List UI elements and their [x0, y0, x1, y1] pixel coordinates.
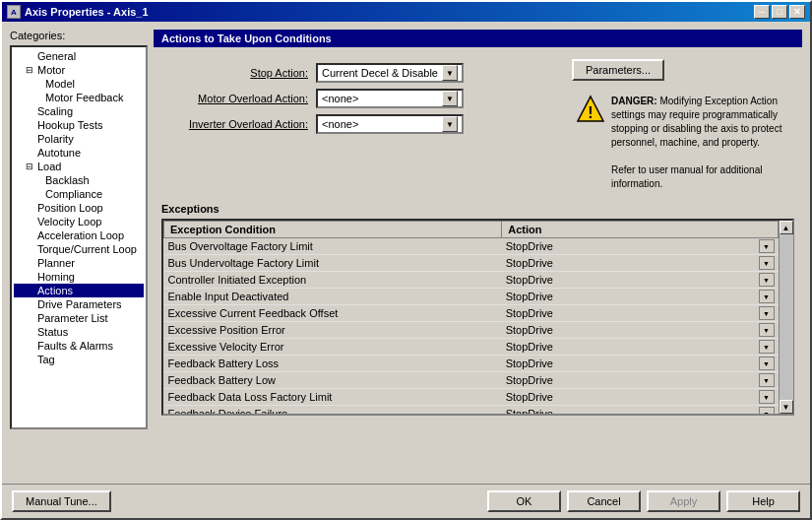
- motor-overload-dropdown-arrow[interactable]: ▼: [442, 91, 458, 106]
- sidebar-item-polarity[interactable]: Polarity: [14, 132, 144, 146]
- motor-overload-row: Motor Overload Action: <none> ▼: [165, 89, 554, 108]
- expand-icon-motor[interactable]: ⊟: [26, 65, 35, 75]
- sidebar-item-load[interactable]: ⊟Load: [14, 160, 144, 173]
- table-row[interactable]: Controller Initiated ExceptionStopDrive▼: [164, 272, 779, 289]
- sidebar-item-label-torque-current-loop: Torque/Current Loop: [37, 243, 137, 255]
- exception-action[interactable]: StopDrive▼: [502, 356, 779, 372]
- sidebar-item-model[interactable]: Model: [14, 77, 144, 91]
- sidebar-item-acceleration-loop[interactable]: Acceleration Loop: [14, 228, 144, 242]
- sidebar-item-torque-current-loop[interactable]: Torque/Current Loop: [14, 242, 144, 256]
- exception-action-dropdown[interactable]: ▼: [759, 323, 775, 337]
- exception-action-value: StopDrive: [506, 341, 553, 353]
- exception-action[interactable]: StopDrive▼: [502, 255, 779, 272]
- exception-action[interactable]: StopDrive▼: [502, 406, 779, 415]
- expand-icon-load[interactable]: ⊟: [26, 162, 35, 171]
- minimize-button[interactable]: ─: [754, 5, 770, 19]
- table-row[interactable]: Feedback Device FailureStopDrive▼: [164, 406, 779, 415]
- sidebar-item-autotune[interactable]: Autotune: [14, 146, 144, 160]
- exception-action-dropdown[interactable]: ▼: [759, 306, 775, 320]
- bottom-bar: Manual Tune... OK Cancel Apply Help: [2, 484, 810, 518]
- help-button[interactable]: Help: [726, 490, 800, 512]
- actions-area: Stop Action: Current Decel & Disable ▼ M…: [157, 55, 562, 142]
- apply-button[interactable]: Apply: [647, 490, 720, 512]
- sidebar-item-planner[interactable]: Planner: [14, 256, 144, 270]
- exception-condition: Bus Overvoltage Factory Limit: [164, 238, 502, 255]
- sidebar-item-faults-alarms[interactable]: Faults & Alarms: [14, 339, 144, 353]
- exception-action-dropdown[interactable]: ▼: [759, 357, 775, 370]
- sidebar-item-label-faults-alarms: Faults & Alarms: [37, 340, 113, 352]
- right-panel: Actions to Take Upon Conditions Stop Act…: [154, 30, 802, 476]
- exception-action[interactable]: StopDrive▼: [502, 372, 779, 389]
- exception-action-dropdown[interactable]: ▼: [759, 256, 775, 270]
- exception-action[interactable]: StopDrive▼: [502, 272, 779, 289]
- stop-action-dropdown-arrow[interactable]: ▼: [442, 65, 458, 81]
- manual-tune-button[interactable]: Manual Tune...: [12, 490, 111, 512]
- sidebar-item-backlash[interactable]: Backlash: [14, 173, 144, 187]
- sidebar-item-label-general: General: [37, 50, 76, 62]
- sidebar-item-actions[interactable]: Actions: [14, 284, 144, 297]
- exception-action-dropdown[interactable]: ▼: [759, 290, 775, 303]
- table-row[interactable]: Feedback Battery LossStopDrive▼: [164, 356, 779, 372]
- table-row[interactable]: Enable Input DeactivatedStopDrive▼: [164, 289, 779, 305]
- sidebar-tree[interactable]: General⊟MotorModelMotor FeedbackScalingH…: [10, 45, 148, 429]
- sidebar-item-parameter-list[interactable]: Parameter List: [14, 311, 144, 325]
- exception-action[interactable]: StopDrive▼: [502, 305, 779, 322]
- exceptions-label: Exceptions: [161, 203, 794, 215]
- close-button[interactable]: ✕: [789, 5, 805, 19]
- ok-button[interactable]: OK: [487, 490, 561, 512]
- exception-action-dropdown[interactable]: ▼: [759, 390, 775, 404]
- exception-action-dropdown[interactable]: ▼: [759, 239, 775, 253]
- exception-action[interactable]: StopDrive▼: [502, 389, 779, 406]
- sidebar-item-velocity-loop[interactable]: Velocity Loop: [14, 215, 144, 228]
- stop-action-row: Stop Action: Current Decel & Disable ▼: [165, 63, 554, 83]
- sidebar-item-drive-parameters[interactable]: Drive Parameters: [14, 297, 144, 311]
- sidebar-item-homing[interactable]: Homing: [14, 270, 144, 284]
- table-row[interactable]: Feedback Data Loss Factory LimitStopDriv…: [164, 389, 779, 406]
- sidebar-item-position-loop[interactable]: Position Loop: [14, 201, 144, 215]
- exception-action-dropdown[interactable]: ▼: [759, 373, 775, 387]
- sidebar-item-motor-feedback[interactable]: Motor Feedback: [14, 91, 144, 104]
- sidebar-item-motor[interactable]: ⊟Motor: [14, 63, 144, 77]
- sidebar-item-tag[interactable]: Tag: [14, 353, 144, 366]
- sidebar-item-scaling[interactable]: Scaling: [14, 104, 144, 118]
- table-row[interactable]: Excessive Velocity ErrorStopDrive▼: [164, 339, 779, 356]
- scrollbar[interactable]: ▲ ▼: [779, 221, 792, 414]
- cancel-button[interactable]: Cancel: [567, 490, 641, 512]
- exception-action[interactable]: StopDrive▼: [502, 289, 779, 305]
- inverter-overload-row: Inverter Overload Action: <none> ▼: [165, 114, 554, 134]
- table-row[interactable]: Bus Overvoltage Factory LimitStopDrive▼: [164, 238, 779, 255]
- inverter-overload-select[interactable]: <none> ▼: [316, 114, 464, 134]
- maximize-button[interactable]: □: [772, 5, 787, 19]
- exception-action-dropdown[interactable]: ▼: [759, 340, 775, 354]
- motor-overload-select[interactable]: <none> ▼: [316, 89, 464, 108]
- stop-action-select[interactable]: Current Decel & Disable ▼: [316, 63, 464, 83]
- sidebar-item-label-actions: Actions: [37, 285, 73, 296]
- scroll-down-button[interactable]: ▼: [780, 400, 793, 414]
- exception-action[interactable]: StopDrive▼: [502, 322, 779, 339]
- parameters-button[interactable]: Parameters...: [572, 59, 664, 81]
- exceptions-scroll-area[interactable]: Exception Condition Action Bus Overvolta…: [163, 221, 779, 414]
- sidebar-item-hookup-tests[interactable]: Hookup Tests: [14, 118, 144, 132]
- sidebar-item-label-model: Model: [45, 78, 75, 90]
- sidebar-item-status[interactable]: Status: [14, 325, 144, 339]
- exceptions-table: Exception Condition Action Bus Overvolta…: [163, 221, 779, 414]
- exception-action-dropdown[interactable]: ▼: [759, 273, 775, 287]
- exception-condition: Enable Input Deactivated: [164, 289, 502, 305]
- scroll-track[interactable]: [780, 234, 793, 400]
- exception-action[interactable]: StopDrive▼: [502, 339, 779, 356]
- titlebar-left: A Axis Properties - Axis_1: [7, 5, 149, 19]
- sidebar-item-label-motor: Motor: [37, 64, 65, 76]
- exception-action-dropdown[interactable]: ▼: [759, 407, 775, 414]
- table-row[interactable]: Feedback Battery LowStopDrive▼: [164, 372, 779, 389]
- sidebar-item-compliance[interactable]: Compliance: [14, 187, 144, 201]
- section-header: Actions to Take Upon Conditions: [154, 30, 802, 47]
- sidebar-item-general[interactable]: General: [14, 49, 144, 63]
- table-row[interactable]: Excessive Current Feedback OffsetStopDri…: [164, 305, 779, 322]
- table-row[interactable]: Bus Undervoltage Factory LimitStopDrive▼: [164, 255, 779, 272]
- exception-action[interactable]: StopDrive▼: [502, 238, 779, 255]
- table-row[interactable]: Excessive Position ErrorStopDrive▼: [164, 322, 779, 339]
- motor-overload-label: Motor Overload Action:: [165, 93, 308, 104]
- scroll-up-button[interactable]: ▲: [780, 221, 793, 234]
- inverter-overload-dropdown-arrow[interactable]: ▼: [442, 116, 458, 132]
- main-window: A Axis Properties - Axis_1 ─ □ ✕ Categor…: [0, 0, 812, 520]
